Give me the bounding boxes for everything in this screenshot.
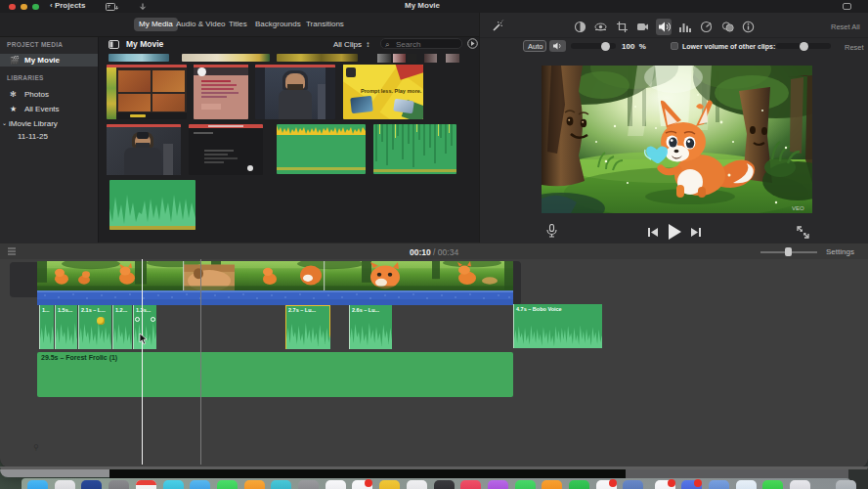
svg-text:VEO: VEO [792, 205, 804, 211]
